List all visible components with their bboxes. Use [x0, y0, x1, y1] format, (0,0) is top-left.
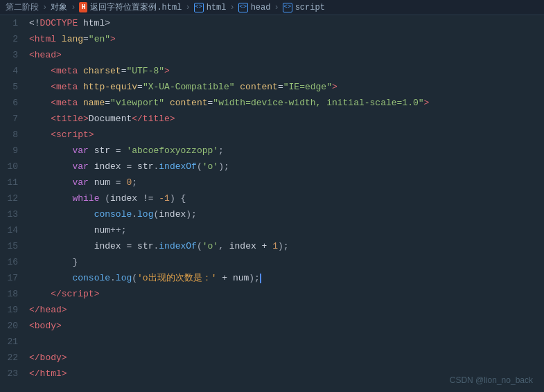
- code-editor: 1 <!DOCTYPE html> 2 <html lang="en"> 3 <…: [0, 15, 544, 392]
- line-num-15: 15: [0, 238, 26, 254]
- line-num-17: 17: [0, 270, 26, 286]
- breadcrumb-obj: 对象: [51, 1, 67, 13]
- line-num-11: 11: [0, 175, 26, 190]
- line-content-13: console.log(index);: [26, 206, 544, 222]
- line-content-6: <meta name="viewport" content="width=dev…: [26, 95, 544, 111]
- code-line-10: 10 var index = str.indexOf('o');: [0, 159, 544, 175]
- code-line-4: 4 <meta charset="UTF-8">: [0, 63, 544, 79]
- line-num-21: 21: [0, 334, 26, 350]
- breadcrumb: 第二阶段 › 对象 › H 返回字符位置案例.html › <> html › …: [0, 0, 544, 15]
- line-content-8: <script>: [26, 127, 544, 143]
- html5-icon: H: [79, 2, 87, 12]
- breadcrumb-stage: 第二阶段: [6, 1, 39, 13]
- line-num-1: 1: [0, 15, 26, 31]
- code-line-9: 9 var str = 'abcoefoxyozzopp';: [0, 143, 544, 159]
- line-num-22: 22: [0, 350, 26, 366]
- code-line-22: 22 </body>: [0, 350, 544, 366]
- line-num-23: 23: [0, 366, 26, 382]
- code-line-13: 13 console.log(index);: [0, 206, 544, 222]
- sep1: ›: [42, 3, 47, 12]
- line-content-19: </head>: [26, 302, 544, 318]
- code-line-1: 1 <!DOCTYPE html>: [0, 15, 544, 31]
- code-line-15: 15 index = str.indexOf('o', index + 1);: [0, 238, 544, 254]
- code-line-6: 6 <meta name="viewport" content="width=d…: [0, 95, 544, 111]
- code-line-5: 5 <meta http-equiv="X-UA-Compatible" con…: [0, 79, 544, 95]
- line-num-10: 10: [0, 159, 26, 175]
- line-content-10: var index = str.indexOf('o');: [26, 159, 544, 175]
- line-content-9: var str = 'abcoefoxyozzopp';: [26, 143, 544, 159]
- line-content-22: </body>: [26, 350, 544, 366]
- breadcrumb-script: script: [295, 3, 325, 12]
- sep5: ›: [274, 3, 279, 12]
- line-num-16: 16: [0, 254, 26, 270]
- watermark: CSDN @lion_no_back: [450, 375, 533, 385]
- line-num-8: 8: [0, 127, 26, 143]
- line-num-4: 4: [0, 63, 26, 79]
- breadcrumb-head: head: [251, 3, 271, 12]
- line-content-18: </script>: [26, 286, 544, 302]
- code-line-7: 7 <title>Document</title>: [0, 111, 544, 127]
- line-content-11: var num = 0;: [26, 175, 544, 190]
- breadcrumb-html: html: [207, 3, 227, 12]
- code-line-11: 11 var num = 0;: [0, 175, 544, 190]
- sep2: ›: [71, 3, 76, 12]
- line-content-2: <html lang="en">: [26, 31, 544, 47]
- line-content-16: }: [26, 254, 544, 270]
- tag-icon-script: <>: [283, 3, 292, 12]
- line-content-12: while (index != -1) {: [26, 190, 544, 206]
- code-line-14: 14 num++;: [0, 222, 544, 238]
- code-line-3: 3 <head>: [0, 47, 544, 63]
- code-line-8: 8 <script>: [0, 127, 544, 143]
- sep4: ›: [229, 3, 234, 12]
- code-line-12: 12 while (index != -1) {: [0, 190, 544, 206]
- line-num-6: 6: [0, 95, 26, 111]
- line-content-14: num++;: [26, 222, 544, 238]
- line-content-15: index = str.indexOf('o', index + 1);: [26, 238, 544, 254]
- code-line-19: 19 </head>: [0, 302, 544, 318]
- line-content-20: <body>: [26, 318, 544, 334]
- breadcrumb-file: 返回字符位置案例.html: [90, 1, 182, 13]
- line-content-5: <meta http-equiv="X-UA-Compatible" conte…: [26, 79, 544, 95]
- sep3: ›: [185, 3, 190, 12]
- line-content-4: <meta charset="UTF-8">: [26, 63, 544, 79]
- line-num-5: 5: [0, 79, 26, 95]
- line-num-3: 3: [0, 47, 26, 63]
- code-line-17: 17 console.log('o出现的次数是：' + num);: [0, 270, 544, 286]
- code-line-16: 16 }: [0, 254, 544, 270]
- line-num-18: 18: [0, 286, 26, 302]
- tag-icon-html: <>: [194, 3, 204, 12]
- line-content-1: <!DOCTYPE html>: [26, 15, 544, 31]
- line-num-7: 7: [0, 111, 26, 127]
- line-num-13: 13: [0, 206, 26, 222]
- code-line-21: 21: [0, 334, 544, 350]
- line-num-20: 20: [0, 318, 26, 334]
- line-content-21: [26, 334, 544, 350]
- tag-icon-head: <>: [238, 3, 248, 12]
- code-line-2: 2 <html lang="en">: [0, 31, 544, 47]
- line-num-14: 14: [0, 222, 26, 238]
- line-content-17: console.log('o出现的次数是：' + num);: [26, 270, 544, 286]
- line-content-7: <title>Document</title>: [26, 111, 544, 127]
- line-content-3: <head>: [26, 47, 544, 63]
- line-num-19: 19: [0, 302, 26, 318]
- line-num-12: 12: [0, 190, 26, 206]
- code-line-18: 18 </script>: [0, 286, 544, 302]
- code-line-20: 20 <body>: [0, 318, 544, 334]
- line-num-2: 2: [0, 31, 26, 47]
- line-num-9: 9: [0, 143, 26, 159]
